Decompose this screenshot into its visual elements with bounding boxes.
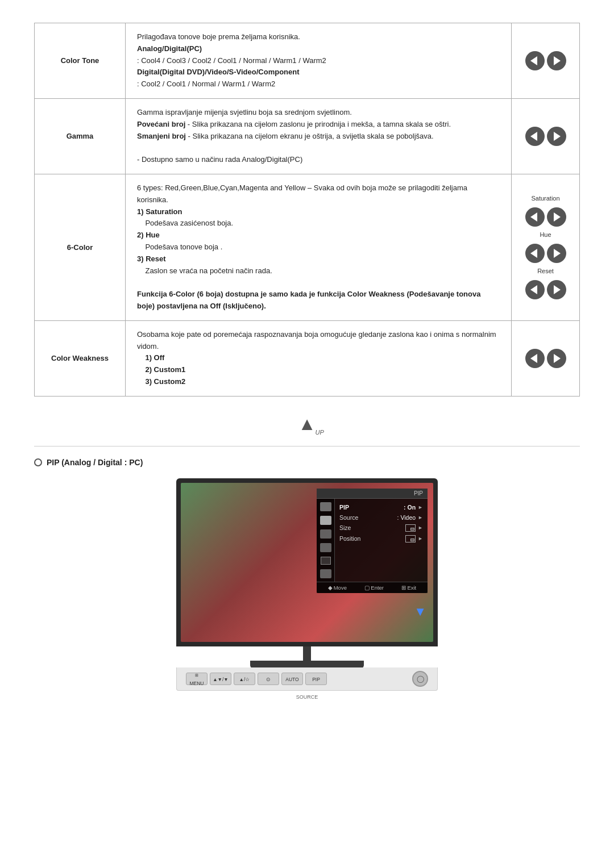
color-tone-controls bbox=[512, 23, 580, 99]
osd-icon-4 bbox=[320, 543, 331, 552]
circle-button[interactable]: ⊙ bbox=[258, 673, 279, 685]
menu-icon: ⊞ bbox=[186, 673, 207, 677]
pip-title: PIP (Analog / Digital : PC) bbox=[47, 458, 143, 467]
pip-circle-icon bbox=[34, 458, 42, 466]
up-arrow-container: ▲UP bbox=[34, 414, 580, 435]
osd-position-right: ► bbox=[405, 535, 423, 542]
power-button[interactable]: ◯ bbox=[412, 671, 428, 687]
color-tone-text: Prilagođava tonove boje prema željama ko… bbox=[137, 32, 326, 88]
exit-label: Exit bbox=[407, 585, 416, 591]
source-label: SOURCE bbox=[296, 694, 318, 700]
gamma-label: Gamma bbox=[35, 98, 126, 174]
osd-icon-1 bbox=[320, 502, 331, 511]
gamma-text: Gamma ispravljanje mijenja svjetlinu boj… bbox=[137, 108, 451, 164]
6color-controls-group: Saturation Hue Reset bbox=[522, 195, 569, 299]
osd-footer: ◆ Move ▢ Enter ⊞ Exit bbox=[317, 582, 428, 593]
up-arrow-icon: ▲UP bbox=[298, 414, 316, 435]
monitor-screen: PIP P bbox=[181, 483, 433, 642]
osd-pip-arrow: ► bbox=[418, 504, 423, 510]
color-weakness-text: Osobama koje pate od poremećaja raspozna… bbox=[137, 330, 496, 386]
osd-size-inner bbox=[410, 528, 414, 531]
move-icon: ◆ bbox=[328, 585, 333, 591]
gamma-right-arrow[interactable] bbox=[547, 127, 566, 146]
brightness-label: ▲/☆ bbox=[234, 673, 255, 686]
table-row: 6-Color 6 types: Red,Green,Blue,Cyan,Mag… bbox=[35, 174, 580, 320]
brightness-button[interactable]: ▲/☆ bbox=[234, 673, 255, 685]
osd-footer-exit: ⊞ Exit bbox=[401, 585, 416, 591]
saturation-arrows bbox=[525, 207, 566, 227]
source-group: ◯ bbox=[412, 671, 428, 687]
pip-button[interactable]: PIP bbox=[305, 673, 327, 685]
reset-arrows bbox=[525, 280, 566, 299]
screen-down-arrow: ▼ bbox=[414, 604, 426, 619]
color-weakness-right-arrow[interactable] bbox=[547, 349, 566, 368]
osd-source-label: Source bbox=[339, 514, 358, 521]
color-weakness-label: Color Weakness bbox=[35, 320, 126, 396]
monitor-container: PIP P bbox=[34, 478, 580, 700]
osd-size-arrow: ► bbox=[418, 525, 423, 531]
color-weakness-arrows bbox=[522, 349, 569, 368]
osd-row-pip: PIP : On ► bbox=[339, 502, 423, 512]
osd-position-label: Position bbox=[339, 535, 360, 542]
nav-button[interactable]: ▲▼/▼ bbox=[210, 673, 231, 685]
gamma-left-arrow[interactable] bbox=[525, 127, 545, 146]
osd-position-arrow: ► bbox=[418, 536, 423, 541]
hue-arrows bbox=[525, 244, 566, 263]
osd-position-icon bbox=[405, 535, 416, 542]
osd-footer-enter: ▢ Enter bbox=[364, 585, 384, 591]
gamma-controls bbox=[512, 98, 580, 174]
pip-button-label: PIP bbox=[306, 673, 326, 686]
color-weakness-left-arrow[interactable] bbox=[525, 349, 545, 368]
osd-size-icon bbox=[405, 524, 416, 532]
color-tone-right-arrow[interactable] bbox=[547, 51, 566, 70]
reset-left-arrow[interactable] bbox=[525, 280, 545, 299]
saturation-right-arrow[interactable] bbox=[547, 207, 566, 227]
osd-icon-3 bbox=[320, 529, 331, 539]
osd-icon-5 bbox=[321, 557, 331, 565]
menu-button[interactable]: ⊞ MENU bbox=[186, 673, 208, 685]
osd-source-right: : Video ► bbox=[397, 514, 423, 521]
source-label-container: SOURCE bbox=[296, 692, 318, 700]
menu-label: MENU bbox=[186, 677, 207, 690]
table-row: Color Weakness Osobama koje pate od pore… bbox=[35, 320, 580, 396]
osd-sidebar: PIP : On ► Source : Video bbox=[317, 499, 428, 582]
enter-icon: ▢ bbox=[364, 585, 370, 591]
nav-label: ▲▼/▼ bbox=[210, 673, 231, 686]
hue-label: Hue bbox=[540, 231, 551, 238]
reset-right-arrow[interactable] bbox=[547, 280, 566, 299]
osd-icon-2 bbox=[320, 516, 331, 525]
gamma-desc: Gamma ispravljanje mijenja svjetlinu boj… bbox=[126, 98, 512, 174]
table-row: Color Tone Prilagođava tonove boje prema… bbox=[35, 23, 580, 99]
up-label: UP bbox=[316, 429, 324, 436]
6color-controls: Saturation Hue Reset bbox=[512, 174, 580, 320]
main-table: Color Tone Prilagođava tonove boje prema… bbox=[34, 23, 580, 397]
color-tone-left-arrow[interactable] bbox=[525, 51, 545, 70]
saturation-left-arrow[interactable] bbox=[525, 207, 545, 227]
osd-pip-value: : On bbox=[404, 504, 416, 511]
monitor-buttons: ⊞ MENU ▲▼/▼ ▲/☆ ⊙ AUTO bbox=[176, 667, 438, 691]
osd-header: PIP bbox=[317, 489, 428, 499]
section-divider bbox=[34, 446, 580, 446]
osd-content: PIP : On ► Source : Video bbox=[335, 499, 428, 582]
osd-source-value: : Video bbox=[397, 514, 416, 521]
monitor-body: PIP P bbox=[176, 478, 438, 646]
osd-size-label: Size bbox=[339, 524, 351, 531]
6color-label: 6-Color bbox=[35, 174, 126, 320]
page-wrapper: Color Tone Prilagođava tonove boje prema… bbox=[0, 0, 614, 723]
osd-row-source: Source : Video ► bbox=[339, 512, 423, 523]
monitor-neck bbox=[303, 646, 311, 661]
osd-pip-label: PIP bbox=[339, 504, 349, 511]
hue-right-arrow[interactable] bbox=[547, 244, 566, 263]
osd-footer-move: ◆ Move bbox=[328, 585, 347, 591]
osd-row-size: Size ► bbox=[339, 523, 423, 533]
pip-section: PIP (Analog / Digital : PC) PIP bbox=[34, 458, 580, 700]
hue-left-arrow[interactable] bbox=[525, 244, 545, 263]
saturation-label: Saturation bbox=[531, 195, 559, 202]
enter-label: Enter bbox=[371, 585, 384, 591]
osd-size-right: ► bbox=[405, 524, 423, 532]
gamma-arrows bbox=[522, 127, 569, 146]
color-tone-label: Color Tone bbox=[35, 23, 126, 99]
auto-button[interactable]: AUTO bbox=[281, 673, 303, 685]
osd-icon-6 bbox=[320, 569, 331, 578]
pip-header: PIP (Analog / Digital : PC) bbox=[34, 458, 580, 467]
